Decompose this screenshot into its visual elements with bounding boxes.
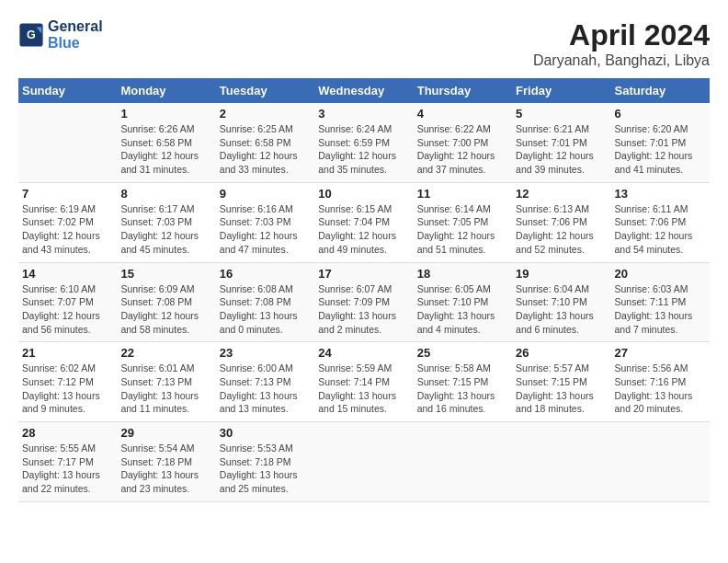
day-number: 20 [615,267,706,281]
day-number: 18 [417,267,508,281]
calendar-cell: 1Sunrise: 6:26 AMSunset: 6:58 PMDaylight… [117,103,215,182]
day-number: 16 [220,267,311,281]
day-info: Sunrise: 6:08 AMSunset: 7:08 PMDaylight:… [220,282,311,337]
header-monday: Monday [117,78,215,103]
day-info: Sunrise: 6:24 AMSunset: 6:59 PMDaylight:… [318,122,409,177]
calendar-cell: 3Sunrise: 6:24 AMSunset: 6:59 PMDaylight… [314,103,413,182]
day-number: 17 [318,267,409,281]
calendar-cell: 4Sunrise: 6:22 AMSunset: 7:00 PMDaylight… [414,103,512,182]
header-wednesday: Wednesday [314,78,413,103]
day-number: 2 [220,107,311,121]
day-info: Sunrise: 6:16 AMSunset: 7:03 PMDaylight:… [220,202,311,257]
day-number: 29 [120,426,211,440]
day-number: 30 [220,426,311,440]
day-info: Sunrise: 6:11 AMSunset: 7:06 PMDaylight:… [615,202,706,257]
day-number: 28 [22,426,113,440]
day-info: Sunrise: 6:26 AMSunset: 6:58 PMDaylight:… [120,122,211,177]
calendar-cell: 29Sunrise: 5:54 AMSunset: 7:18 PMDayligh… [117,422,215,502]
day-number: 27 [615,346,706,360]
day-info: Sunrise: 5:57 AMSunset: 7:15 PMDaylight:… [516,362,607,416]
day-number: 22 [120,346,211,360]
day-info: Sunrise: 6:19 AMSunset: 7:02 PMDaylight:… [22,202,113,257]
day-info: Sunrise: 5:59 AMSunset: 7:14 PMDaylight:… [318,362,409,416]
day-info: Sunrise: 6:14 AMSunset: 7:05 PMDaylight:… [417,202,508,257]
calendar-header-row: SundayMondayTuesdayWednesdayThursdayFrid… [18,78,710,103]
day-info: Sunrise: 6:10 AMSunset: 7:07 PMDaylight:… [22,282,113,337]
day-info: Sunrise: 5:53 AMSunset: 7:18 PMDaylight:… [220,442,311,496]
calendar-cell: 30Sunrise: 5:53 AMSunset: 7:18 PMDayligh… [216,422,314,502]
calendar-cell: 7Sunrise: 6:19 AMSunset: 7:02 PMDaylight… [18,182,117,262]
header-sunday: Sunday [18,78,117,103]
day-number: 6 [615,107,706,121]
day-number: 26 [516,346,607,360]
header-thursday: Thursday [414,78,512,103]
calendar-week-row: 14Sunrise: 6:10 AMSunset: 7:07 PMDayligh… [18,262,710,342]
day-number: 1 [120,107,211,121]
day-number: 24 [318,346,409,360]
calendar-cell [611,422,710,502]
calendar-cell: 12Sunrise: 6:13 AMSunset: 7:06 PMDayligh… [512,182,610,262]
day-number: 11 [417,187,508,201]
calendar-cell: 10Sunrise: 6:15 AMSunset: 7:04 PMDayligh… [314,182,413,262]
calendar-cell: 6Sunrise: 6:20 AMSunset: 7:01 PMDaylight… [611,103,710,182]
calendar-cell: 14Sunrise: 6:10 AMSunset: 7:07 PMDayligh… [18,262,117,342]
day-info: Sunrise: 6:13 AMSunset: 7:06 PMDaylight:… [516,202,607,257]
logo-icon: G [18,22,44,48]
day-info: Sunrise: 6:15 AMSunset: 7:04 PMDaylight:… [318,202,409,257]
day-number: 5 [516,107,607,121]
day-number: 10 [318,187,409,201]
calendar-cell [414,422,512,502]
header-tuesday: Tuesday [216,78,314,103]
day-info: Sunrise: 6:05 AMSunset: 7:10 PMDaylight:… [417,282,508,337]
day-info: Sunrise: 6:09 AMSunset: 7:08 PMDaylight:… [120,282,211,337]
day-number: 13 [615,187,706,201]
day-info: Sunrise: 6:25 AMSunset: 6:58 PMDaylight:… [220,122,311,177]
calendar-week-row: 7Sunrise: 6:19 AMSunset: 7:02 PMDaylight… [18,182,710,262]
calendar-cell: 27Sunrise: 5:56 AMSunset: 7:16 PMDayligh… [611,342,710,422]
day-number: 15 [120,267,211,281]
calendar-cell: 11Sunrise: 6:14 AMSunset: 7:05 PMDayligh… [414,182,512,262]
page-title: April 2024 [533,18,710,52]
day-number: 12 [516,187,607,201]
day-info: Sunrise: 5:55 AMSunset: 7:17 PMDaylight:… [22,442,113,496]
page-subtitle: Daryanah, Banghazi, Libya [533,52,710,69]
day-info: Sunrise: 6:00 AMSunset: 7:13 PMDaylight:… [220,362,311,416]
calendar-cell: 16Sunrise: 6:08 AMSunset: 7:08 PMDayligh… [216,262,314,342]
calendar-cell: 22Sunrise: 6:01 AMSunset: 7:13 PMDayligh… [117,342,215,422]
calendar-week-row: 28Sunrise: 5:55 AMSunset: 7:17 PMDayligh… [18,422,710,502]
logo-text: General Blue [48,18,103,52]
day-info: Sunrise: 6:02 AMSunset: 7:12 PMDaylight:… [22,362,113,416]
calendar-cell: 26Sunrise: 5:57 AMSunset: 7:15 PMDayligh… [512,342,610,422]
day-info: Sunrise: 5:56 AMSunset: 7:16 PMDaylight:… [615,362,706,416]
logo: G General Blue [18,18,103,52]
calendar-cell: 13Sunrise: 6:11 AMSunset: 7:06 PMDayligh… [611,182,710,262]
calendar-cell [18,103,117,182]
day-number: 4 [417,107,508,121]
calendar-cell: 25Sunrise: 5:58 AMSunset: 7:15 PMDayligh… [414,342,512,422]
calendar-cell: 20Sunrise: 6:03 AMSunset: 7:11 PMDayligh… [611,262,710,342]
day-number: 23 [220,346,311,360]
calendar-cell: 8Sunrise: 6:17 AMSunset: 7:03 PMDaylight… [117,182,215,262]
day-info: Sunrise: 6:20 AMSunset: 7:01 PMDaylight:… [615,122,706,177]
day-number: 7 [22,187,113,201]
calendar-table: SundayMondayTuesdayWednesdayThursdayFrid… [18,78,710,502]
day-number: 21 [22,346,113,360]
day-info: Sunrise: 5:54 AMSunset: 7:18 PMDaylight:… [120,442,211,496]
day-number: 8 [120,187,211,201]
calendar-cell: 21Sunrise: 6:02 AMSunset: 7:12 PMDayligh… [18,342,117,422]
day-number: 3 [318,107,409,121]
svg-text:G: G [27,29,36,41]
calendar-cell: 28Sunrise: 5:55 AMSunset: 7:17 PMDayligh… [18,422,117,502]
day-info: Sunrise: 6:03 AMSunset: 7:11 PMDaylight:… [615,282,706,337]
calendar-cell: 24Sunrise: 5:59 AMSunset: 7:14 PMDayligh… [314,342,413,422]
calendar-cell: 17Sunrise: 6:07 AMSunset: 7:09 PMDayligh… [314,262,413,342]
calendar-cell: 18Sunrise: 6:05 AMSunset: 7:10 PMDayligh… [414,262,512,342]
calendar-week-row: 21Sunrise: 6:02 AMSunset: 7:12 PMDayligh… [18,342,710,422]
day-info: Sunrise: 5:58 AMSunset: 7:15 PMDaylight:… [417,362,508,416]
header: G General Blue April 2024 Daryanah, Bang… [18,18,710,69]
calendar-cell: 9Sunrise: 6:16 AMSunset: 7:03 PMDaylight… [216,182,314,262]
header-saturday: Saturday [611,78,710,103]
day-number: 14 [22,267,113,281]
calendar-cell: 19Sunrise: 6:04 AMSunset: 7:10 PMDayligh… [512,262,610,342]
header-friday: Friday [512,78,610,103]
